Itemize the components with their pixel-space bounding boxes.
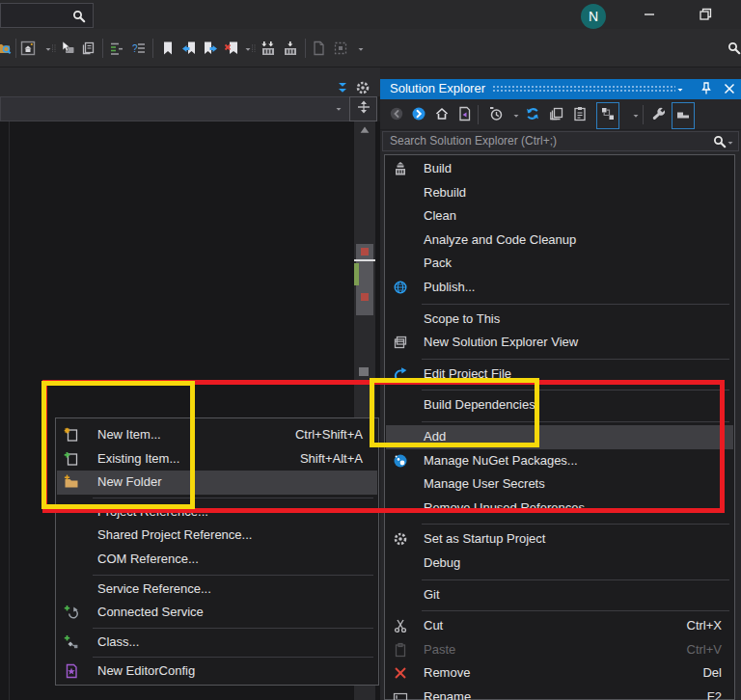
chevron-down-icon[interactable] [726,136,735,153]
menu-item-build[interactable]: Build [386,157,733,181]
bookmark-clear-icon[interactable] [224,40,239,60]
quick-launch-search-input[interactable] [0,3,94,28]
copy-pages-icon[interactable] [549,106,564,125]
vs-window: N ? Solution Explorer Search Solution Ex… [0,0,741,700]
menu-item-label: Remove [424,665,470,680]
window-position-caret-icon[interactable] [675,83,685,100]
close-icon[interactable] [722,81,737,100]
bookmark-previous-icon[interactable] [181,40,197,60]
properties-page-icon[interactable] [572,106,588,125]
menu-item-remove[interactable]: RemoveDel [386,661,733,686]
menu-item-git[interactable]: Git [386,583,733,607]
globe-icon [393,280,408,295]
menu-item-paste[interactable]: PasteCtrl+V [386,638,733,662]
menu-item-label: Debug [424,555,460,570]
monitor-frame-icon[interactable] [20,40,36,60]
menu-item-new-editorconfig[interactable]: New EditorConfig [57,660,377,684]
folder-search-icon[interactable] [0,40,12,60]
preview-bar-icon[interactable] [672,102,695,129]
menu-item-pack[interactable]: Pack [386,252,733,276]
caret-icon[interactable] [511,109,521,126]
menu-item-label: Service Reference... [97,581,211,596]
menu-item-com-reference[interactable]: COM Reference... [57,548,377,572]
scrollbar-up-arrow[interactable] [354,123,375,139]
menu-item-label: New EditorConfig [97,663,195,678]
refresh-icon[interactable] [525,106,540,125]
menu-item-label: Set as Startup Project [424,531,545,546]
menu-item-connected-service[interactable]: Connected Service [57,601,377,625]
menu-separator [93,628,373,629]
menu-item-label: Git [424,587,440,602]
search-icon [71,9,87,28]
account-avatar[interactable]: N [581,4,606,29]
bookmark-next-icon[interactable] [203,40,218,60]
menu-separator [422,610,729,611]
toolbar-separator [102,39,103,58]
link-squares-icon[interactable] [596,102,619,129]
menu-item-scope-to-this[interactable]: Scope to This [386,308,733,332]
menu-item-label: Shared Project Reference... [97,527,252,542]
menu-item-publish[interactable]: Publish... [386,276,733,300]
menu-item-shared-project-reference[interactable]: Shared Project Reference... [57,524,377,548]
back-icon[interactable] [389,106,404,125]
menu-item-set-as-startup-project[interactable]: Set as Startup Project [386,527,733,552]
class-icon [64,634,79,650]
indent-green-icon[interactable] [109,40,124,60]
grip-icon [50,40,60,60]
document-disabled-icon[interactable] [311,40,326,60]
build-icon [393,161,408,176]
scrollbar-caret-marker [354,259,375,261]
menu-separator [422,524,729,525]
grip-icon [250,40,260,60]
menu-item-clean[interactable]: Clean [386,204,733,229]
building-import-icon[interactable] [261,40,276,60]
building-import-2-icon[interactable] [283,40,298,60]
menu-item-label: Pack [424,256,452,270]
gear-icon [393,531,408,547]
menu-item-label: Scope to This [424,311,500,326]
editor-margin-divider [9,121,10,700]
home-icon[interactable] [434,106,450,125]
solution-explorer-toolbar [380,99,741,130]
wrench-icon[interactable] [651,106,667,125]
restore-button[interactable] [689,1,722,28]
menu-item-cut[interactable]: CutCtrl+X [386,614,733,638]
menu-item-label: Publish... [424,280,475,294]
rename-icon [393,689,408,700]
split-window-button[interactable] [349,96,377,121]
dashed-box-disabled-icon[interactable] [333,40,348,60]
cursor-folder-icon[interactable] [60,40,75,60]
menu-item-label: Analyze and Code Cleanup [424,232,576,247]
editor-navigation-bar[interactable] [0,96,350,121]
caret-icon[interactable] [631,109,641,126]
search-icon[interactable] [727,40,741,60]
menu-item-shortcut: Ctrl+X [687,618,722,633]
copy-items-icon[interactable] [81,40,96,60]
pin-icon[interactable] [699,81,714,100]
solution-explorer-title-bar[interactable]: Solution Explorer [380,79,741,99]
menu-item-rebuild[interactable]: Rebuild [386,181,733,205]
menu-item-new-solution-explorer-view[interactable]: New Solution Explorer View [386,331,733,355]
svg-text:?: ? [132,43,138,54]
menu-item-service-reference[interactable]: Service Reference... [57,578,377,602]
indent-question-icon[interactable]: ? [131,40,147,60]
yellow-annotation-rectangle-add [370,378,539,447]
menu-item-rename[interactable]: RenameF2 [386,686,733,700]
menu-item-label: Rebuild [424,185,466,200]
chevron-down-icon[interactable] [334,102,343,120]
menu-item-debug[interactable]: Debug [386,552,733,576]
sync-active-document-icon[interactable] [457,106,473,125]
menu-item-class[interactable]: Class... [57,631,377,655]
forward-icon[interactable] [411,106,426,125]
clock-filter-icon[interactable] [488,106,504,125]
solution-explorer-search-input[interactable]: Search Solution Explorer (Ctrl+;) [382,131,739,151]
toolbar-separator [643,105,644,124]
scrollbar-error-marker [361,293,369,301]
caret-icon[interactable] [356,42,366,60]
menu-item-analyze-and-code-cleanup[interactable]: Analyze and Code Cleanup [386,229,733,253]
menu-separator [422,579,729,580]
bookmark-icon[interactable] [160,40,176,60]
minimize-button[interactable] [633,1,666,28]
remove-x-icon [393,665,408,681]
menu-item-label: Class... [97,634,139,649]
